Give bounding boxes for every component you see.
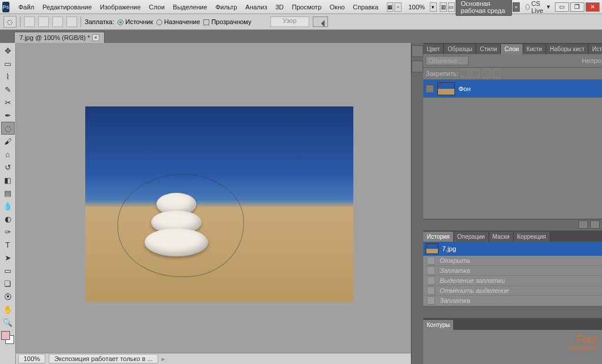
document-tab[interactable]: 7.jpg @ 100% (RGB/8) * × bbox=[14, 32, 105, 43]
history-step-label: Отменить выделение bbox=[440, 287, 509, 294]
history-step-label: Выделение заплатки bbox=[440, 277, 505, 284]
screen-mode-button[interactable]: ▭ bbox=[448, 2, 455, 12]
layer-row[interactable]: Фон 🔒 bbox=[423, 80, 602, 98]
tab-color[interactable]: Цвет bbox=[423, 44, 444, 54]
menu-view[interactable]: Просмотр bbox=[288, 4, 326, 11]
status-info[interactable]: Экспозиция работает только в ... bbox=[49, 354, 158, 363]
blur-tool[interactable]: 💧 bbox=[1, 199, 15, 212]
window-close-button[interactable]: ✕ bbox=[586, 2, 600, 12]
menu-help[interactable]: Справка bbox=[349, 4, 382, 11]
dodge-tool[interactable]: ◐ bbox=[1, 212, 15, 225]
paths-panel-tabs: Контуры bbox=[423, 318, 602, 329]
crop-tool[interactable]: ✂ bbox=[1, 96, 15, 109]
pattern-picker[interactable] bbox=[313, 16, 328, 27]
blend-mode-dropdown[interactable]: Обычные bbox=[426, 56, 469, 65]
tab-paths[interactable]: Контуры bbox=[423, 320, 454, 330]
path-select-tool[interactable]: ➤ bbox=[1, 251, 15, 264]
tab-styles[interactable]: Стили bbox=[476, 44, 501, 54]
layer-visibility-icon[interactable] bbox=[426, 85, 434, 93]
history-step[interactable]: Отменить выделение bbox=[423, 286, 602, 296]
zoom-tool[interactable]: 🔍 bbox=[1, 316, 15, 329]
tab-layers[interactable]: Слои bbox=[501, 44, 523, 54]
menu-image[interactable]: Изображение bbox=[96, 4, 145, 11]
history-step[interactable]: Заплатка bbox=[423, 296, 602, 306]
lasso-tool[interactable]: ⌇ bbox=[1, 70, 15, 83]
color-swatches[interactable] bbox=[1, 331, 14, 344]
shape-tool[interactable]: ▭ bbox=[1, 264, 15, 277]
launch-minibridge-button[interactable]: ▫ bbox=[394, 2, 402, 12]
brush-tool[interactable]: 🖌 bbox=[1, 135, 15, 148]
menu-select[interactable]: Выделение bbox=[169, 4, 211, 11]
patch-dest-radio[interactable]: Назначение bbox=[156, 18, 200, 25]
layer-fx-button[interactable] bbox=[590, 221, 600, 229]
current-tool-icon[interactable]: ◌ bbox=[4, 16, 16, 28]
lock-transparent-button[interactable] bbox=[461, 69, 469, 78]
dock-button-1[interactable] bbox=[412, 45, 423, 57]
lock-all-button[interactable] bbox=[493, 69, 501, 78]
menu-edit[interactable]: Редактирование bbox=[38, 4, 96, 11]
link-layers-button[interactable] bbox=[578, 221, 588, 229]
menu-analysis[interactable]: Анализ bbox=[241, 4, 271, 11]
move-tool[interactable]: ✥ bbox=[1, 44, 15, 57]
window-min-button[interactable]: ▭ bbox=[555, 2, 569, 12]
patch-source-radio[interactable]: Источник bbox=[118, 18, 153, 25]
gradient-tool[interactable]: ▤ bbox=[1, 186, 15, 199]
tab-brush-presets[interactable]: Наборы кист bbox=[546, 44, 588, 54]
history-step-icon bbox=[427, 296, 435, 305]
dock-button-2[interactable] bbox=[412, 61, 423, 72]
menu-3d[interactable]: 3D bbox=[271, 4, 287, 11]
menu-window[interactable]: Окно bbox=[326, 4, 349, 11]
canvas-area[interactable]: 100% Экспозиция работает только в ... ▸ bbox=[16, 43, 411, 364]
patch-source-label: Источник bbox=[125, 18, 153, 25]
document-image[interactable] bbox=[85, 106, 353, 302]
foreground-color[interactable] bbox=[1, 331, 10, 340]
menu-layers[interactable]: Слои bbox=[145, 4, 169, 11]
healing-brush-tool[interactable]: ◌ bbox=[1, 122, 15, 135]
eyedropper-tool[interactable]: ✒ bbox=[1, 109, 15, 122]
hand-tool[interactable]: ✋ bbox=[1, 303, 15, 316]
tab-history[interactable]: История bbox=[423, 232, 454, 242]
menu-filter[interactable]: Фильтр bbox=[211, 4, 241, 11]
selection-intersect-button[interactable] bbox=[66, 16, 77, 27]
tab-actions[interactable]: Операции bbox=[454, 232, 489, 242]
status-zoom[interactable]: 100% bbox=[18, 354, 45, 363]
history-step-label: Открыть bbox=[440, 257, 470, 264]
3d-camera-tool[interactable]: ⦿ bbox=[1, 290, 15, 303]
history-step[interactable]: Заплатка bbox=[423, 266, 602, 276]
history-step[interactable]: Выделение заплатки bbox=[423, 276, 602, 286]
tab-masks[interactable]: Маски bbox=[489, 232, 514, 242]
pen-tool[interactable]: ✑ bbox=[1, 225, 15, 238]
patch-dest-label: Назначение bbox=[164, 18, 200, 25]
workspace-selector[interactable]: Основная рабочая среда bbox=[456, 0, 512, 16]
history-brush-tool[interactable]: ↺ bbox=[1, 161, 15, 173]
eraser-tool[interactable]: ◧ bbox=[1, 173, 15, 186]
arrange-docs-button[interactable]: ▥ bbox=[440, 2, 447, 12]
menu-file[interactable]: Файл bbox=[14, 4, 38, 11]
selection-new-button[interactable] bbox=[24, 16, 35, 27]
lock-image-button[interactable] bbox=[471, 69, 480, 78]
selection-add-button[interactable] bbox=[38, 16, 49, 27]
3d-tool[interactable]: ❏ bbox=[1, 277, 15, 290]
use-pattern-button[interactable]: Узор bbox=[270, 16, 309, 27]
tab-clone-source[interactable]: Источник кло bbox=[588, 44, 602, 54]
zoom-level[interactable]: 100% bbox=[404, 4, 429, 11]
history-step[interactable]: Открыть bbox=[423, 256, 602, 266]
window-max-button[interactable]: ❐ bbox=[570, 2, 584, 12]
workspace-more-button[interactable]: » bbox=[513, 2, 520, 12]
history-snapshot[interactable]: 7.jpg bbox=[423, 242, 602, 256]
marquee-tool[interactable]: ▭ bbox=[1, 57, 15, 70]
cslive-button[interactable]: CS Live ▾ bbox=[523, 0, 553, 14]
zoom-dropdown-icon[interactable]: ▾ bbox=[430, 2, 437, 12]
quick-select-tool[interactable]: ✎ bbox=[1, 83, 15, 96]
layer-thumbnail[interactable] bbox=[437, 82, 455, 95]
tab-adjustments[interactable]: Коррекция bbox=[514, 232, 550, 242]
type-tool[interactable]: T bbox=[1, 238, 15, 251]
selection-subtract-button[interactable] bbox=[52, 16, 63, 27]
patch-transparent-check[interactable]: Прозрачному bbox=[203, 18, 251, 25]
tab-swatches[interactable]: Образцы bbox=[444, 44, 476, 54]
close-tab-button[interactable]: × bbox=[92, 34, 99, 41]
tab-brushes[interactable]: Кисти bbox=[523, 44, 547, 54]
launch-bridge-button[interactable]: ▦ bbox=[387, 2, 394, 12]
clone-stamp-tool[interactable]: ⌂ bbox=[1, 148, 15, 161]
lock-position-button[interactable] bbox=[482, 69, 490, 78]
